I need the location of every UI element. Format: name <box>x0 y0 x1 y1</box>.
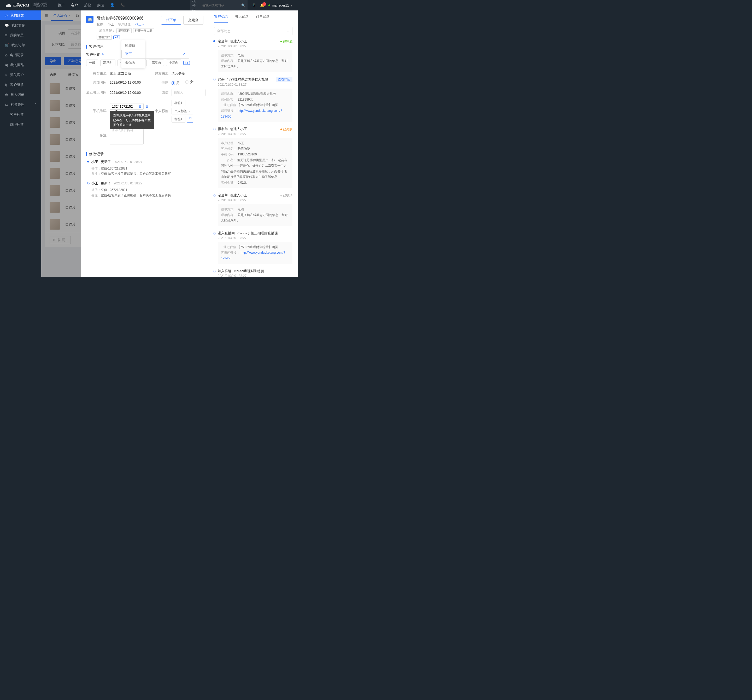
gender-female-radio[interactable]: 女 <box>185 80 193 84</box>
menu-icon[interactable]: ☰ <box>45 14 48 17</box>
search-icon[interactable]: 🔍 <box>241 3 245 7</box>
tab-activity[interactable]: 客户动态 <box>214 11 228 23</box>
nav-customer[interactable]: 客户 <box>71 3 78 8</box>
phone-tooltip: 查询到此手机号码在系统中已存在，可以将两条客户数据合并为一条 <box>110 111 154 129</box>
activity-filter[interactable]: 全部动态⌄ <box>214 27 292 35</box>
avatar <box>50 151 60 162</box>
tag-chip[interactable]: 中意向 <box>166 59 181 66</box>
tag-chip[interactable]: 高意向 <box>100 59 115 66</box>
sidebar-my-students[interactable]: ▽我的学员 <box>0 30 41 40</box>
sidebar-group-tags[interactable]: 群聊标签 <box>0 120 41 129</box>
topbar: 云朵CRM 教育机构一站式服务云平台 推广 客户 质检 数据 👤 📞 手机号码 … <box>0 0 298 11</box>
sidebar-my-groups[interactable]: 💬我的群聊 <box>0 20 41 30</box>
sidebar: ◴我的好友 💬我的群聊 ▽我的学员 🛒我的订单 ✆电话记录 ▣我的商品 ↪流失客… <box>0 11 41 277</box>
nav-promotion[interactable]: 推广 <box>58 3 65 8</box>
avatar <box>50 83 60 94</box>
sidebar-call-log[interactable]: ✆电话记录 <box>0 50 41 60</box>
tab-chat-log[interactable]: 聊天记录 <box>235 11 249 23</box>
sidebar-tag-mgmt[interactable]: 🏷标签管理˄ <box>0 100 41 110</box>
cart-icon: 🛒 <box>5 44 9 47</box>
group-chip[interactable]: 群聊六群 <box>96 35 112 40</box>
filter-icon: ▽ <box>5 33 7 37</box>
period-label: 运营期次 <box>50 42 65 47</box>
gender-male-radio[interactable]: 男 <box>172 81 180 86</box>
exit-icon: ↪ <box>5 73 8 77</box>
group-more[interactable]: +4 <box>113 36 120 39</box>
top-nav: 推广 客户 质检 数据 👤 📞 <box>58 3 131 8</box>
check-icon: ✓ <box>183 52 185 56</box>
nav-qc[interactable]: 质检 <box>84 3 91 8</box>
inherit-icon: ⇅ <box>5 83 8 87</box>
sidebar-my-products[interactable]: ▣我的商品 <box>0 60 41 70</box>
phone-icon[interactable]: 📞 <box>121 3 125 8</box>
activity-item: 加入群聊 759-59班理财训练营2021/01/30 01:38:27入群方式… <box>209 269 298 277</box>
avatar <box>50 100 60 111</box>
ptag-more[interactable]: +4 <box>187 116 193 123</box>
user-menu[interactable]: manager11 ▾ <box>269 3 292 7</box>
sidebar-lost-customers[interactable]: ↪流失客户 <box>0 70 41 80</box>
dropdown-option[interactable]: 师馨薇 <box>121 41 145 50</box>
activity-item: 定金单 创建人小王已取消2020/01/30 01:38:27跟单方式：电话跟单… <box>209 193 298 226</box>
activity-item: 购买 4399理财课进阶课程大礼包查看详情2021/01/30 01:38:27… <box>209 77 298 122</box>
ptag-chip[interactable]: 标签1 <box>172 100 185 106</box>
building-icon: 🏢 <box>86 16 93 23</box>
chevron-down-icon: ⌄ <box>287 29 290 33</box>
user-icon[interactable]: 👤 <box>110 3 114 8</box>
manager-dropdown-trigger[interactable]: 张三 ▴ <box>135 22 144 26</box>
copy-icon[interactable]: ⧉ <box>146 104 148 109</box>
sidebar-my-orders[interactable]: 🛒我的订单 <box>0 40 41 50</box>
mod-log-title: 修改记录 <box>86 152 204 156</box>
tag-chip[interactable]: 一般 <box>86 59 98 66</box>
activity-item: 定金单 创建人小王已完成2020/01/30 01:38:27跟单方式：电话跟单… <box>209 39 298 72</box>
edit-tags-icon[interactable]: ✎ <box>102 53 104 56</box>
deposit-button[interactable]: 交定金 <box>183 16 204 25</box>
nav-data[interactable]: 数据 <box>97 3 104 8</box>
tag-chip[interactable]: 高意向 <box>149 59 164 66</box>
search-input[interactable] <box>202 3 241 7</box>
sidebar-customer-inherit[interactable]: ⇅客户继承 <box>0 80 41 90</box>
chevron-up-icon: ˄ <box>35 103 37 107</box>
chat-icon: 💬 <box>5 23 9 27</box>
drawer-title: 微信名称6789990000966 <box>96 16 158 21</box>
page-size-select[interactable]: 10 条/页⌄ <box>50 236 71 244</box>
phone-icon: ✆ <box>5 53 8 57</box>
close-icon[interactable]: × <box>68 13 70 17</box>
avatar <box>50 134 60 145</box>
tag-label: 客户标签 <box>86 52 100 57</box>
customer-drawer: 🏢 微信名称6789990000966 昵称：小王 客户经理：张三 ▴ 所在群聊… <box>81 11 298 277</box>
view-detail-link[interactable]: 查看详情 <box>276 77 292 82</box>
tab-personal-code[interactable]: 个人活码× <box>51 11 73 21</box>
group-chip[interactable]: 群聊三群 <box>117 28 132 33</box>
bell-icon[interactable]: 🔔5 <box>260 3 264 7</box>
place-order-button[interactable]: 代下单 <box>161 16 181 25</box>
sidebar-delete-log[interactable]: 🗑删人记录 <box>0 90 41 100</box>
group-chip[interactable]: 群聊一群大群 <box>133 28 154 33</box>
manager-dropdown: 师馨薇 张三✓ 俱保咏 <box>121 40 145 68</box>
dropdown-option[interactable]: 俱保咏 <box>121 59 145 67</box>
ptag-chip[interactable]: 个人标签12 <box>172 108 193 114</box>
verify-icon[interactable]: ⊞ <box>138 104 141 108</box>
tab-order-log[interactable]: 订单记录 <box>256 11 269 23</box>
tag-more[interactable]: +4 <box>183 61 190 65</box>
project-label: 项目 <box>50 31 65 36</box>
main-content: ☰ 个人活码× 我 项目请选择⌄ 运营期次请选择⌄ 导出 不加密导出 头像微信名… <box>41 11 298 277</box>
logo: 云朵CRM 教育机构一站式服务云平台 <box>5 2 48 8</box>
avatar <box>50 202 60 213</box>
wechat-input[interactable]: 请输入 <box>172 89 205 96</box>
activity-item: 进入直播间 759-59班第三期理财直播课2021/01/30 01:38:27… <box>209 231 298 264</box>
avatar <box>50 168 60 179</box>
export-button[interactable]: 导出 <box>45 57 61 65</box>
phone-input[interactable]: ⊞ 查询到此手机号码在系统中已存在，可以将两条客户数据合并为一条 <box>110 103 144 110</box>
activity-item: 报名单 创建人小王已失败2020/01/30 01:38:27客户经理：小王客户… <box>209 127 298 188</box>
delete-icon: 🗑 <box>5 93 8 97</box>
ptag-chip[interactable]: 标签1 <box>172 116 185 123</box>
sidebar-my-friends[interactable]: ◴我的好友 <box>0 11 41 20</box>
avatar <box>50 219 60 230</box>
clock-icon: ◴ <box>5 14 8 17</box>
mobile-icon[interactable]: 📱 <box>252 3 256 7</box>
tab-me[interactable]: 我 <box>73 11 82 21</box>
dropdown-option[interactable]: 张三✓ <box>121 50 189 59</box>
sidebar-customer-tags[interactable]: 客户标签 <box>0 110 41 120</box>
avatar <box>50 117 60 128</box>
avatar <box>50 185 60 196</box>
